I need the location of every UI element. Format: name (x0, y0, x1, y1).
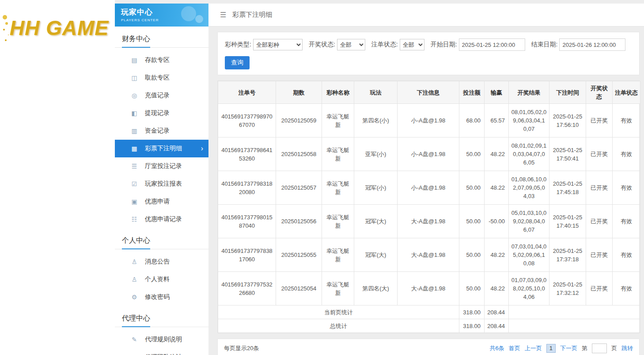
sidebar-item-promo-apply-record[interactable]: ☷ 优惠申请记录 › (115, 210, 208, 228)
column-header: 开奖状态 (586, 81, 613, 104)
logo-sparkle-icon (3, 15, 7, 19)
page-summary-winloss: 208.44 (485, 305, 509, 319)
sidebar-item-player-bet-report[interactable]: ☑ 玩家投注报表 › (115, 175, 208, 193)
column-header: 注单号 (218, 81, 276, 104)
cell-draw-result: 01,08,06,10,02,07,09,05,04,03 (509, 171, 549, 205)
total-summary-empty (509, 319, 640, 333)
sidebar-section: 个人中心 ♙ 消息公告 › ♙ 个人资料 › ⚙ 修改密码 › (115, 233, 208, 306)
filter-panel: 彩种类型: 全部彩种 开奖状态: 全部 注单状态: 全部 开始日期: 结束日期:… (217, 32, 640, 75)
sidebar-item-hall-bet-record[interactable]: ☰ 厅室投注记录 › (115, 157, 208, 175)
sidebar-item-label: 充值记录 (145, 92, 170, 99)
page-summary-row: 当前页统计 318.00 208.44 (218, 305, 640, 319)
sidebar-item-recharge-record[interactable]: ◎ 充值记录 › (115, 87, 208, 104)
next-page-link[interactable]: 下一页 (560, 344, 577, 352)
promo-apply-record-icon: ☷ (130, 216, 139, 223)
sidebar-item-profile[interactable]: ♙ 个人资料 › (115, 271, 208, 288)
end-date-input[interactable] (559, 38, 625, 51)
menu-toggle-icon[interactable]: ☰ (220, 11, 226, 19)
cell-period: 20250125058 (276, 137, 322, 171)
column-header: 玩法 (354, 81, 398, 104)
prev-page-link[interactable]: 上一页 (525, 344, 542, 352)
player-bet-report-icon: ☑ (130, 180, 139, 187)
sidebar-item-label: 资金记录 (145, 127, 170, 135)
cell-play-type: 第四名(小) (354, 104, 398, 137)
sidebar-item-agent-team-stats[interactable]: ▨ 代理团队统计 › (115, 348, 208, 355)
sidebar-section: 财务中心 ▤ 存款专区 › ◫ 取款专区 › ◎ 充值记录 › ◧ 提现记录 ›… (115, 31, 208, 228)
first-page-link[interactable]: 首页 (509, 344, 520, 352)
sidebar-item-label: 玩家投注报表 (145, 180, 182, 188)
query-button[interactable]: 查询 (225, 56, 250, 69)
column-header: 投注额 (459, 81, 485, 104)
sidebar-section-title: 个人中心 (115, 233, 208, 249)
recharge-record-icon: ◎ (130, 92, 139, 99)
cell-order-status: 有效 (613, 104, 640, 137)
sidebar-item-label: 代理团队统计 (145, 353, 182, 355)
sidebar-item-withdrawal-record[interactable]: ◧ 提现记录 › (115, 104, 208, 122)
sidebar-item-lottery-bet-detail[interactable]: ▦ 彩票下注明细 › (115, 140, 208, 157)
cell-order-status: 有效 (613, 205, 640, 238)
cell-draw-result: 07,03,01,04,05,02,09,06,10,08 (509, 238, 549, 272)
sidebar-item-label: 优惠申请记录 (145, 215, 182, 223)
sidebar-section-title: 代理中心 (115, 310, 208, 327)
content: 彩种类型: 全部彩种 开奖状态: 全部 注单状态: 全部 开始日期: 结束日期:… (208, 27, 644, 355)
sidebar-item-promo-apply[interactable]: ▣ 优惠申请 › (115, 193, 208, 210)
cell-draw-status: 已开奖 (586, 104, 613, 137)
start-date-input[interactable] (459, 38, 525, 51)
chevron-right-icon: › (201, 145, 203, 153)
draw-status-select[interactable]: 全部 (337, 39, 365, 50)
cell-bet-time: 2025-01-25 17:50:41 (549, 137, 586, 171)
cell-draw-result: 08,01,02,09,10,03,04,07,06,05 (509, 137, 549, 171)
column-header: 下注时间 (549, 81, 586, 104)
hall-bet-record-icon: ☰ (130, 163, 139, 170)
main-area: ☰ 彩票下注明细 彩种类型: 全部彩种 开奖状态: 全部 注单状态: 全部 开始… (208, 4, 644, 355)
sidebar-item-label: 优惠申请 (145, 198, 170, 206)
page-prefix-label: 第 (582, 344, 587, 352)
cell-order-status: 有效 (613, 137, 640, 171)
end-date-label: 结束日期: (531, 41, 558, 49)
cell-bet-time: 2025-01-25 17:32:12 (549, 272, 586, 305)
sidebar-section-title: 财务中心 (115, 31, 208, 48)
cell-period: 20250125054 (276, 272, 322, 305)
sidebar-item-funds-record[interactable]: ▥ 资金记录 › (115, 122, 208, 140)
page-summary-label: 当前页统计 (218, 305, 459, 319)
cell-order-status: 有效 (613, 272, 640, 305)
jump-link[interactable]: 跳转 (621, 344, 633, 352)
sidebar-item-label: 彩票下注明细 (145, 145, 182, 153)
cell-win-loss: 48.22 (485, 171, 509, 205)
cell-bet-info: 小-A盘@1.98 (398, 104, 459, 137)
column-header: 期数 (276, 81, 322, 104)
lottery-type-select[interactable]: 全部彩种 (253, 39, 303, 50)
cell-draw-status: 已开奖 (586, 205, 613, 238)
page-title: 彩票下注明细 (232, 11, 272, 19)
cell-bet-amount: 50.00 (459, 137, 485, 171)
current-page[interactable]: 1 (546, 344, 556, 353)
cell-draw-result: 01,07,03,09,08,02,05,10,04,06 (509, 272, 549, 305)
sidebar-item-change-password[interactable]: ⚙ 修改密码 › (115, 288, 208, 306)
cell-bet-amount: 50.00 (459, 171, 485, 205)
lottery-type-label: 彩种类型: (225, 41, 251, 49)
sidebar-item-announcements[interactable]: ♙ 消息公告 › (115, 253, 208, 271)
announcement-icon: ♙ (130, 258, 139, 265)
bet-detail-table-panel: 注单号期数彩种名称玩法下注信息投注额输赢开奖结果下注时间开奖状态注单状态 401… (217, 80, 640, 333)
cell-win-loss: 48.22 (485, 238, 509, 272)
cell-play-type: 第四名(大) (354, 272, 398, 305)
cell-draw-status: 已开奖 (586, 137, 613, 171)
page-summary-empty (509, 305, 640, 319)
order-status-select[interactable]: 全部 (400, 39, 424, 50)
sidebar-item-agent-rules[interactable]: ✎ 代理规则说明 › (115, 331, 208, 348)
cell-bet-info: 小-A盘@1.98 (398, 171, 459, 205)
cell-win-loss: -50.00 (485, 205, 509, 238)
page-jump-input[interactable] (592, 344, 607, 353)
cell-lottery-name: 幸运飞艇新 (322, 104, 354, 137)
table-header-row: 注单号期数彩种名称玩法下注信息投注额输赢开奖结果下注时间开奖状态注单状态 (218, 81, 640, 104)
sidebar-item-withdraw[interactable]: ◫ 取款专区 › (115, 69, 208, 87)
cell-bet-amount: 50.00 (459, 205, 485, 238)
sidebar-item-deposit[interactable]: ▤ 存款专区 › (115, 51, 208, 69)
cell-bet-amount: 50.00 (459, 238, 485, 272)
table-row: 401569173779864153260 20250125058 幸运飞艇新 … (218, 137, 640, 171)
sidebar-header: 玩家中心 PLAYERS CENTER (115, 4, 208, 27)
deposit-card-icon: ▤ (130, 57, 139, 64)
bet-detail-table: 注单号期数彩种名称玩法下注信息投注额输赢开奖结果下注时间开奖状态注单状态 401… (218, 81, 640, 333)
sidebar-item-label: 修改密码 (145, 293, 170, 301)
cell-order-status: 有效 (613, 238, 640, 272)
